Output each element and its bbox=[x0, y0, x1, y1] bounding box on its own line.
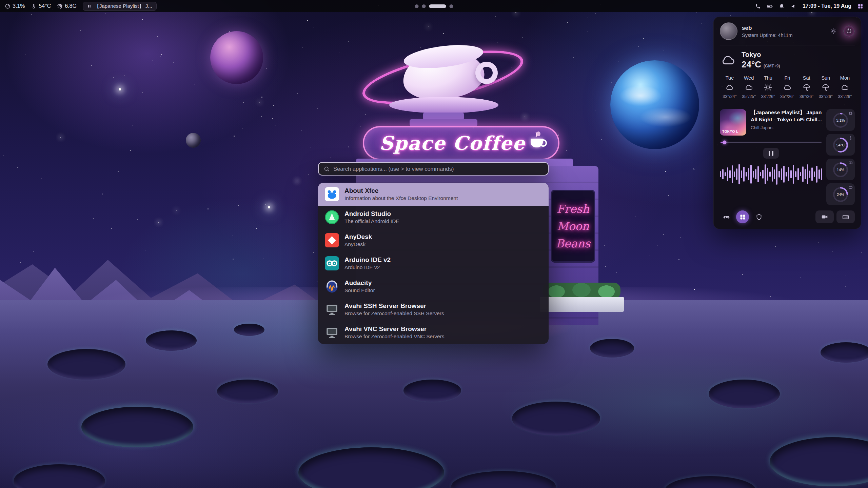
launcher-result[interactable]: AnyDeskAnyDesk bbox=[318, 229, 549, 252]
forecast-day-label: Fri bbox=[785, 75, 790, 81]
avatar[interactable] bbox=[720, 22, 737, 40]
music-widget[interactable]: 【Japanese Playlist】 J... bbox=[83, 2, 157, 11]
app-launcher: About XfceInformation about the Xfce Des… bbox=[318, 162, 549, 344]
workspace-dot[interactable] bbox=[422, 4, 426, 8]
memory-icon bbox=[848, 185, 853, 189]
temp-value: 54°C bbox=[39, 3, 51, 9]
settings-button[interactable] bbox=[828, 25, 839, 37]
power-button[interactable] bbox=[842, 24, 856, 38]
weather-widget: Tokyo 24°C (GMT+9) Tue33°/24°Wed35°/25°T… bbox=[720, 45, 855, 104]
purple-planet bbox=[210, 31, 263, 84]
gauge[interactable]: 24% bbox=[826, 183, 855, 205]
arduino-app-icon bbox=[325, 256, 339, 270]
monitor-app-icon bbox=[325, 325, 339, 340]
planter-box bbox=[540, 297, 624, 312]
xfce-app-icon bbox=[325, 187, 339, 201]
search-input[interactable] bbox=[333, 166, 543, 172]
thermometer-icon bbox=[31, 3, 37, 9]
rain-icon bbox=[821, 83, 830, 92]
launcher-result[interactable]: About XfceInformation about the Xfce Des… bbox=[318, 183, 549, 206]
cpu-value: 3.1% bbox=[13, 3, 25, 9]
result-subtitle: Sound Editor bbox=[344, 287, 375, 293]
workspace-indicator[interactable] bbox=[415, 0, 453, 12]
weather-city: Tokyo bbox=[742, 51, 780, 59]
launcher-result[interactable]: Avahi SSH Server BrowserBrowse for Zeroc… bbox=[318, 298, 549, 321]
cpu-icon bbox=[848, 111, 853, 115]
result-subtitle: AnyDesk bbox=[344, 241, 372, 247]
cloud-icon bbox=[783, 83, 792, 92]
app-grid-icon[interactable] bbox=[857, 3, 863, 9]
saucer bbox=[389, 97, 498, 113]
shop-window: FreshMoonBeans bbox=[551, 190, 595, 263]
result-title: Android Studio bbox=[344, 210, 399, 218]
media-player: TOKYO L 【Japanese Playlist】 Japan All Ni… bbox=[720, 109, 822, 205]
cloud-icon bbox=[841, 83, 849, 92]
result-subtitle: Browse for Zeroconf-enabled VNC Servers bbox=[344, 333, 445, 340]
launcher-result[interactable]: Avahi VNC Server BrowserBrowse for Zeroc… bbox=[318, 321, 549, 344]
planter-plants bbox=[542, 283, 620, 299]
result-title: Audacity bbox=[344, 279, 375, 287]
apps-button[interactable] bbox=[736, 210, 749, 223]
temp-stat[interactable]: 54°C bbox=[31, 3, 51, 9]
launcher-result[interactable]: Arduino IDE v2Arduino IDE v2 bbox=[318, 252, 549, 275]
cpu-stat[interactable]: 3.1% bbox=[5, 3, 25, 9]
memory-stat[interactable]: 6.8G bbox=[57, 3, 77, 9]
window-neon-text: Fresh bbox=[557, 200, 589, 218]
workspace-dot[interactable] bbox=[415, 4, 419, 8]
play-pause-button[interactable] bbox=[763, 148, 779, 159]
seek-bar[interactable] bbox=[721, 142, 822, 143]
clock[interactable]: 17:09 - Tue, 19 Aug bbox=[803, 3, 851, 9]
forecast-temps: 33°/26° bbox=[838, 94, 852, 99]
launcher-results: About XfceInformation about the Xfce Des… bbox=[318, 183, 549, 344]
result-subtitle: Information about the Xfce Desktop Envir… bbox=[344, 195, 458, 201]
user-section: seb System Uptime: 4h11m bbox=[720, 22, 855, 45]
android-studio-app-icon bbox=[325, 210, 339, 224]
svg-text:14%: 14% bbox=[837, 168, 844, 172]
user-name: seb bbox=[742, 25, 793, 32]
forecast-day-label: Mon bbox=[840, 75, 850, 81]
video-button[interactable] bbox=[815, 210, 834, 223]
launcher-result[interactable]: AudacitySound Editor bbox=[318, 275, 549, 298]
rain-icon bbox=[802, 83, 811, 92]
launcher-searchbar[interactable] bbox=[318, 162, 549, 176]
forecast-temps: 33°/26° bbox=[819, 94, 833, 99]
earth-planet bbox=[610, 60, 699, 149]
album-label: TOKYO L bbox=[722, 130, 738, 134]
phone-icon[interactable] bbox=[755, 3, 761, 9]
forecast-day: Thu33°/26° bbox=[759, 75, 777, 99]
small-moon bbox=[186, 133, 201, 148]
forecast-temps: 36°/26° bbox=[800, 94, 813, 99]
result-title: Avahi VNC Server Browser bbox=[344, 325, 445, 333]
result-title: Avahi SSH Server Browser bbox=[344, 302, 444, 310]
search-icon bbox=[323, 166, 330, 172]
forecast-day-label: Tue bbox=[726, 75, 734, 81]
forecast-day-label: Sun bbox=[821, 75, 830, 81]
thermometer-icon bbox=[848, 136, 853, 140]
result-title: AnyDesk bbox=[344, 233, 372, 241]
workspace-active[interactable] bbox=[429, 4, 446, 8]
launcher-result[interactable]: Android StudioThe official Android IDE bbox=[318, 206, 549, 229]
bright-star bbox=[268, 206, 270, 208]
album-art[interactable]: TOKYO L bbox=[720, 109, 746, 136]
topbar: 3.1% 54°C 6.8G 【Japanese Playlist】 J... … bbox=[0, 0, 868, 12]
keyboard-button[interactable] bbox=[836, 210, 855, 223]
weather-cloud-icon bbox=[721, 53, 736, 68]
music-label: 【Japanese Playlist】 J... bbox=[94, 3, 152, 9]
bell-icon[interactable] bbox=[779, 3, 785, 9]
forecast-temps: 33°/24° bbox=[723, 94, 736, 99]
battery-icon[interactable] bbox=[767, 3, 773, 9]
forecast-temps: 35°/26° bbox=[780, 94, 794, 99]
memory-icon bbox=[57, 3, 63, 9]
controller-button[interactable] bbox=[720, 210, 733, 223]
coffee-cup-icon bbox=[531, 139, 543, 147]
gauge[interactable]: 3.1% bbox=[826, 109, 855, 131]
volume-icon[interactable] bbox=[791, 3, 796, 9]
shield-button[interactable] bbox=[752, 210, 765, 223]
seek-handle[interactable] bbox=[723, 141, 726, 144]
workspace-dot[interactable] bbox=[450, 4, 453, 8]
gauge[interactable]: 54°C bbox=[826, 134, 855, 156]
cloud-icon bbox=[725, 83, 734, 92]
neon-sign: Space Coffee bbox=[363, 126, 559, 160]
gauge[interactable]: 14% bbox=[826, 159, 855, 180]
forecast-day: Tue33°/24° bbox=[721, 75, 739, 99]
